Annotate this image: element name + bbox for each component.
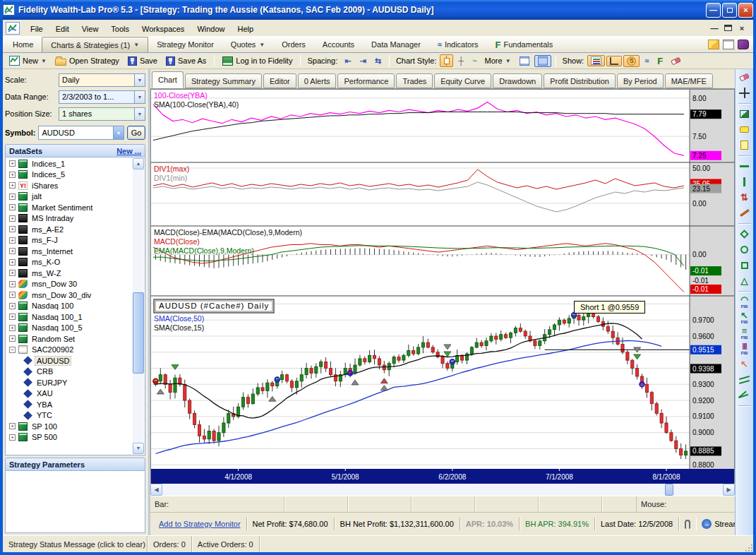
expand-icon[interactable]: + bbox=[9, 248, 16, 254]
horizontal-line-icon[interactable] bbox=[738, 160, 752, 173]
expand-icon[interactable]: + bbox=[9, 204, 16, 210]
status-message[interactable]: Strategy Status Message (click to clear) bbox=[3, 536, 148, 552]
callout-icon[interactable] bbox=[738, 123, 752, 136]
spacing-auto-button[interactable]: ⇆ bbox=[371, 55, 385, 67]
tree-item-nasdaq-100-5[interactable]: +Nasdaq 100_5 bbox=[6, 323, 133, 334]
mdi-minimize-icon[interactable]: — bbox=[709, 24, 720, 32]
chart-tab-profit-distribution[interactable]: Profit Distribution bbox=[544, 73, 616, 88]
menu-view[interactable]: View bbox=[76, 23, 105, 35]
footer-add-to-strategy-monitor[interactable]: Add to Strategy Monitor bbox=[153, 518, 247, 530]
nav-tab-orders[interactable]: Orders bbox=[273, 37, 314, 52]
expand-icon[interactable]: + bbox=[9, 193, 16, 200]
menu-tools[interactable]: Tools bbox=[104, 23, 136, 35]
fan-lines-icon[interactable] bbox=[738, 388, 752, 402]
position-size-select[interactable]: 1 shares▼ bbox=[59, 107, 145, 121]
triangle-icon[interactable]: △ bbox=[738, 274, 752, 287]
menu-help[interactable]: Help bbox=[232, 23, 260, 35]
tree-item-ms-a-e2[interactable]: +ms_A-E2 bbox=[6, 224, 133, 235]
line-style-button[interactable]: ~ bbox=[469, 55, 479, 66]
nav-tab-strategy-monitor[interactable]: Strategy Monitor bbox=[148, 37, 222, 52]
menu-workspaces[interactable]: Workspaces bbox=[136, 23, 191, 35]
expand-icon[interactable]: + bbox=[9, 325, 16, 331]
expand-icon[interactable]: + bbox=[9, 434, 16, 441]
mdi-restore-icon[interactable] bbox=[724, 25, 732, 31]
fib-lines-icon[interactable]: ≡FIB bbox=[738, 326, 752, 340]
image-icon[interactable] bbox=[738, 107, 752, 121]
expand-icon[interactable]: + bbox=[9, 160, 16, 167]
chart-hscrollbar[interactable]: ◀ ▶ bbox=[150, 484, 735, 496]
expand-icon[interactable]: + bbox=[9, 423, 16, 429]
streaming-icon[interactable]: → bbox=[702, 519, 712, 529]
more-styles-button[interactable]: More▼ bbox=[481, 55, 515, 66]
expand-icon[interactable]: + bbox=[9, 314, 16, 320]
expand-icon[interactable]: + bbox=[9, 182, 16, 189]
square-icon[interactable] bbox=[738, 258, 752, 272]
chevron-down-icon[interactable]: ▼ bbox=[134, 91, 145, 103]
tree-item-random-set[interactable]: +Random Set bbox=[6, 333, 133, 345]
login-button[interactable]: Log in to Fidelity bbox=[219, 55, 296, 67]
scroll-left-icon[interactable]: ◀ bbox=[150, 484, 162, 496]
nav-tab-data-manager[interactable]: Data Manager bbox=[363, 37, 429, 52]
tree-item-indices-5[interactable]: +Indices_5 bbox=[6, 169, 133, 181]
tree-item-jalt[interactable]: +jalt bbox=[6, 191, 133, 203]
scroll-right-icon[interactable]: ▶ bbox=[723, 484, 735, 496]
tree-item-nasdaq-100[interactable]: +Nasdaq 100 bbox=[6, 301, 133, 312]
open-strategy-button[interactable]: Open Strategy bbox=[52, 55, 123, 67]
show-axes-button[interactable] bbox=[606, 56, 622, 66]
resize-grip[interactable] bbox=[745, 544, 753, 552]
fib-retracement-icon[interactable]: ↖FIB bbox=[738, 311, 752, 324]
regression-channel-icon[interactable] bbox=[738, 373, 752, 386]
tree-item-msn-dow-30[interactable]: +msn_Dow 30 bbox=[6, 279, 133, 290]
note-icon[interactable] bbox=[738, 138, 752, 152]
tree-item-indices-1[interactable]: +Indices_1 bbox=[6, 158, 133, 169]
chart-tab-mae-mfe[interactable]: MAE/MFE bbox=[665, 73, 713, 88]
tree-item-msn-dow-30-div[interactable]: +msn_Dow 30_div bbox=[6, 290, 133, 301]
chart-canvas[interactable]: 100-Close(YBA)SMA(100-Close(YBA),40)8.00… bbox=[150, 88, 735, 484]
tree-item-sac200902[interactable]: −SAC200902 bbox=[6, 345, 133, 356]
menu-edit[interactable]: Edit bbox=[49, 23, 76, 35]
trend-updown-icon[interactable]: ⇅ bbox=[738, 191, 752, 204]
chart-tab-strategy-summary[interactable]: Strategy Summary bbox=[185, 73, 262, 88]
menu-file[interactable]: File bbox=[24, 23, 49, 35]
new-dataset-link[interactable]: New ... bbox=[116, 147, 141, 155]
expand-icon[interactable]: + bbox=[9, 237, 16, 244]
paperclip-icon[interactable] bbox=[685, 520, 690, 529]
fib-timezones-icon[interactable]: ||||FIB bbox=[738, 342, 752, 355]
chart-tab-by-period[interactable]: By Period bbox=[617, 73, 664, 88]
save-as-button[interactable]: Save As bbox=[162, 55, 210, 67]
expand-icon[interactable]: + bbox=[9, 215, 16, 222]
spacing-wide-button[interactable]: ⇤ bbox=[341, 55, 354, 67]
expand-icon[interactable]: + bbox=[9, 303, 16, 309]
task-list-icon[interactable] bbox=[723, 40, 734, 49]
chart-tab-equity-curve[interactable]: Equity Curve bbox=[434, 73, 491, 88]
bar-style-button[interactable]: ┼ bbox=[455, 55, 467, 66]
log-scale-button[interactable] bbox=[516, 55, 533, 67]
scroll-down-icon[interactable]: ▼ bbox=[133, 443, 144, 454]
expand-icon[interactable]: + bbox=[9, 335, 16, 342]
menu-window[interactable]: Window bbox=[191, 23, 231, 35]
arrow-icon[interactable]: ↖ bbox=[738, 357, 752, 371]
tree-symbol-ytc[interactable]: YTC bbox=[6, 410, 133, 422]
expand-icon[interactable]: + bbox=[9, 226, 16, 232]
collapse-icon[interactable]: − bbox=[9, 347, 16, 353]
grid-button[interactable] bbox=[534, 55, 551, 67]
candlestick-style-button[interactable] bbox=[440, 54, 453, 67]
tree-item-ms-intraday[interactable]: +MS Intraday bbox=[6, 213, 133, 225]
show-wave-button[interactable]: ≈ bbox=[641, 55, 652, 66]
nav-tab-fundamentals[interactable]: FFundamentals bbox=[487, 37, 562, 52]
tree-symbol-xau[interactable]: XAU bbox=[6, 388, 133, 400]
tree-item-ms-f-j[interactable]: +ms_F-J bbox=[6, 235, 133, 246]
scroll-thumb[interactable] bbox=[133, 292, 144, 374]
tree-symbol-crb[interactable]: CRB bbox=[6, 366, 133, 378]
fib-arcs-icon[interactable]: ◠FIB bbox=[738, 295, 752, 309]
chart-tab-drawdown[interactable]: Drawdown bbox=[493, 73, 542, 88]
tree-item-market-sentiment[interactable]: +Market Sentiment bbox=[6, 202, 133, 213]
show-trades-button[interactable]: S bbox=[623, 55, 640, 67]
circle-icon[interactable] bbox=[738, 243, 752, 256]
show-fundamentals-button[interactable]: F bbox=[654, 54, 666, 68]
expand-icon[interactable]: + bbox=[9, 270, 16, 276]
tree-symbol-eurjpy[interactable]: EURJPY bbox=[6, 377, 133, 388]
tree-symbol-audusd[interactable]: AUDUSD bbox=[6, 355, 133, 366]
crosshair-icon[interactable] bbox=[738, 86, 752, 100]
tree-symbol-yba[interactable]: YBA bbox=[6, 399, 133, 410]
